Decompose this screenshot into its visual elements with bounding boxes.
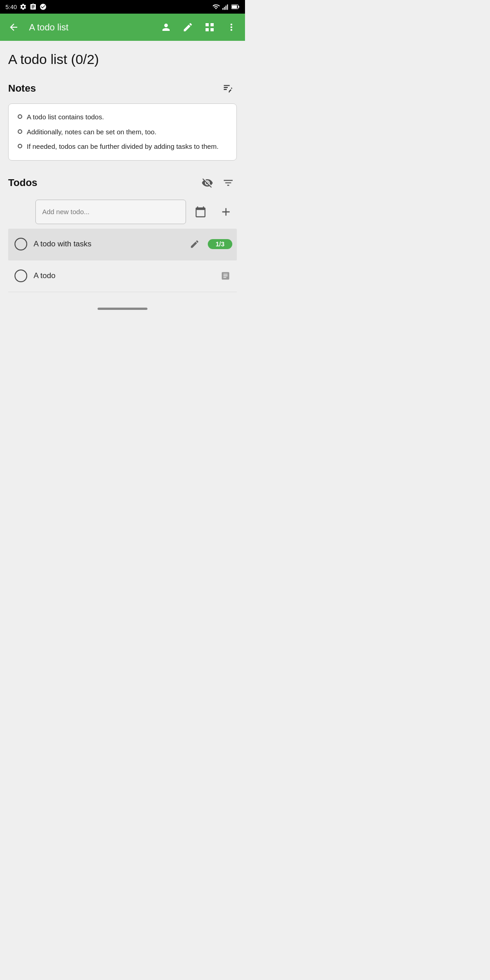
add-todo-input[interactable] <box>35 200 186 224</box>
main-content: A todo list (0/2) Notes A todo list cont… <box>0 41 245 303</box>
todo-checkbox-1[interactable] <box>15 238 27 250</box>
notes-section-header: Notes <box>8 80 237 97</box>
note-text-2: Additionally, notes can be set on them, … <box>27 127 157 137</box>
todo-item-1: A todo with tasks 1/3 <box>8 229 237 260</box>
svg-rect-6 <box>238 6 239 8</box>
person-button[interactable] <box>157 18 175 36</box>
edit-button[interactable] <box>179 18 197 36</box>
status-bar: 5:40 <box>0 0 245 14</box>
svg-rect-2 <box>225 5 226 10</box>
edit-notes-button[interactable] <box>220 80 237 97</box>
svg-rect-5 <box>232 5 237 9</box>
status-right <box>212 3 240 10</box>
signal-icon <box>222 3 229 10</box>
app-bar-title: A todo list <box>29 22 153 33</box>
check-circle-icon <box>39 3 47 10</box>
note-text-3: If needed, todos can be further divided … <box>27 142 219 152</box>
battery-icon <box>231 3 240 10</box>
todo-text-1: A todo with tasks <box>34 240 181 249</box>
notes-list: A todo list contains todos. Additionally… <box>18 112 227 152</box>
bullet-1 <box>18 114 22 119</box>
note-item-3: If needed, todos can be further divided … <box>18 142 227 152</box>
note-item-2: Additionally, notes can be set on them, … <box>18 127 227 137</box>
status-left: 5:40 <box>5 3 47 10</box>
filter-button[interactable] <box>220 174 237 191</box>
notes-box: A todo list contains todos. Additionally… <box>8 103 237 161</box>
todo-badge-1: 1/3 <box>208 239 232 249</box>
bullet-3 <box>18 144 22 148</box>
todo-text-2: A todo <box>34 271 212 280</box>
app-bar: A todo list <box>0 14 245 41</box>
todo-note-icon-2[interactable] <box>219 269 232 283</box>
more-options-button[interactable] <box>222 18 240 36</box>
hide-completed-button[interactable] <box>199 174 216 191</box>
status-time: 5:40 <box>5 4 17 10</box>
note-text-1: A todo list contains todos. <box>27 112 104 122</box>
nav-bar <box>0 303 245 313</box>
notes-label: Notes <box>8 83 36 94</box>
wifi-icon <box>212 3 220 10</box>
todo-item-2: A todo <box>8 260 237 292</box>
page-title: A todo list (0/2) <box>8 52 237 67</box>
add-todo-row <box>8 200 237 224</box>
settings-icon <box>20 3 27 10</box>
todos-label: Todos <box>8 177 195 189</box>
todo-note-icon-1[interactable] <box>188 237 201 251</box>
add-todo-button[interactable] <box>215 200 237 224</box>
bullet-2 <box>18 129 22 134</box>
todos-section-header: Todos <box>8 174 237 191</box>
clipboard-icon <box>29 3 37 10</box>
back-button[interactable] <box>5 18 23 36</box>
calendar-button[interactable] <box>190 200 211 224</box>
grid-button[interactable] <box>201 18 219 36</box>
svg-rect-0 <box>222 8 223 10</box>
todo-checkbox-2[interactable] <box>15 270 27 282</box>
svg-rect-1 <box>224 7 225 10</box>
nav-indicator <box>98 308 147 310</box>
svg-rect-3 <box>227 5 228 10</box>
note-item-1: A todo list contains todos. <box>18 112 227 122</box>
